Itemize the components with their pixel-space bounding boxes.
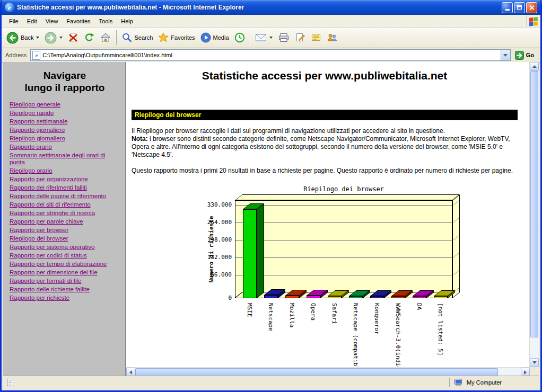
content-area: Navigare lungo il rapporto Riepilogo gen… bbox=[3, 62, 539, 376]
sidebar-title-line1: Navigare bbox=[10, 69, 120, 82]
sidebar-link[interactable]: Rapporto dei riferimenti falliti bbox=[10, 184, 120, 191]
sidebar-link[interactable]: Rapporto per formati di file bbox=[10, 278, 120, 284]
arrow-down-icon bbox=[532, 361, 537, 364]
mail-button[interactable] bbox=[252, 31, 275, 44]
sidebar-link[interactable]: Rapporto per organizzazione bbox=[10, 176, 120, 183]
address-bar: Address Go bbox=[2, 48, 540, 63]
report-frame-top: Statistiche accessi per www.publiwebital… bbox=[126, 62, 539, 367]
menu-item-favorites[interactable]: Favorites bbox=[62, 16, 94, 26]
arrow-left-icon bbox=[129, 370, 132, 375]
menu-item-tools[interactable]: Tools bbox=[95, 16, 117, 26]
intro-text: Il Riepilogo per browser raccoglie i dat… bbox=[132, 127, 445, 135]
chart-bar bbox=[243, 209, 257, 298]
sidebar-link[interactable]: Rapporto per dimensione dei file bbox=[10, 269, 120, 276]
sidebar-link[interactable]: Riepilogo generale bbox=[10, 101, 120, 108]
sidebar-link[interactable]: Sommario settimanale degli orari di punt… bbox=[10, 152, 120, 166]
sidebar-link[interactable]: Rapporto per sistema operativo bbox=[10, 244, 120, 251]
vertical-scrollbar[interactable] bbox=[529, 62, 539, 367]
favorites-button[interactable]: Favorites bbox=[155, 31, 197, 44]
maximize-button[interactable] bbox=[514, 2, 525, 13]
report-frame-bottom bbox=[126, 367, 539, 376]
forward-button[interactable] bbox=[42, 30, 65, 46]
back-button[interactable]: Back bbox=[4, 30, 42, 46]
sidebar-links: Riepilogo generaleRiepilogo rapidoRappor… bbox=[10, 101, 120, 301]
chart-bar bbox=[413, 296, 426, 298]
sidebar-link[interactable]: Rapporto settimanale bbox=[10, 118, 120, 125]
go-button[interactable]: Go bbox=[511, 51, 538, 60]
home-icon bbox=[100, 32, 111, 43]
address-input[interactable] bbox=[40, 50, 500, 60]
close-button[interactable] bbox=[526, 2, 537, 13]
chart-x-label: [not listed: 5] bbox=[444, 300, 496, 310]
refresh-button[interactable] bbox=[81, 31, 97, 44]
chart-gridline bbox=[235, 275, 452, 275]
go-icon bbox=[515, 51, 524, 60]
minimize-button[interactable] bbox=[502, 2, 513, 13]
chart-bar-side-face bbox=[257, 203, 264, 298]
sidebar-link[interactable]: Riepilogo rapido bbox=[10, 110, 120, 117]
sidebar-link[interactable]: Rapporto orario bbox=[10, 144, 120, 150]
minimize-icon bbox=[505, 9, 510, 11]
horizontal-scrollbar[interactable] bbox=[126, 367, 530, 376]
section-header-bar: Riepilogo dei browser bbox=[132, 110, 518, 120]
menu-item-edit[interactable]: Edit bbox=[23, 16, 41, 26]
sidebar-link[interactable]: Rapporto per codici di status bbox=[10, 252, 120, 259]
favorites-label: Favorites bbox=[171, 34, 195, 41]
chart-gridline bbox=[235, 205, 452, 206]
search-button[interactable]: Search bbox=[119, 31, 155, 44]
sidebar-link[interactable]: Rapporto dei siti di riferimento bbox=[10, 201, 120, 208]
discuss-button[interactable] bbox=[308, 31, 324, 44]
scroll-down-button[interactable] bbox=[530, 358, 539, 367]
scroll-up-button[interactable] bbox=[530, 62, 539, 71]
media-button[interactable]: Media bbox=[198, 31, 232, 44]
chart-ytick-label: 66.000 bbox=[193, 271, 232, 278]
chart-bar bbox=[370, 296, 384, 298]
sidebar-link[interactable]: Riepilogo dei browser bbox=[10, 235, 120, 242]
menu-item-file[interactable]: File bbox=[5, 16, 23, 26]
arrow-up-icon bbox=[532, 65, 537, 68]
browser-bar-chart: Riepilogo dei browser Numero di richiest… bbox=[190, 184, 529, 367]
status-message-panel bbox=[3, 376, 449, 389]
forward-dropdown-caret[interactable] bbox=[59, 37, 63, 39]
chart-x-label: MSIE bbox=[253, 300, 267, 310]
sidebar-link[interactable]: Rapporto per richieste bbox=[10, 295, 120, 301]
print-icon bbox=[278, 32, 290, 43]
sidebar-link[interactable]: Rapporto giornaliero bbox=[10, 127, 120, 133]
messenger-people-icon bbox=[327, 32, 337, 43]
menu-item-help[interactable]: Help bbox=[117, 16, 137, 26]
sidebar-link[interactable]: Rapporto per tempo di elaborazione bbox=[10, 261, 120, 268]
menu-item-view[interactable]: View bbox=[41, 16, 63, 26]
stop-button[interactable] bbox=[65, 31, 81, 44]
messenger-button[interactable] bbox=[324, 31, 340, 44]
home-button[interactable] bbox=[97, 31, 114, 44]
report-frame: Statistiche accessi per www.publiwebital… bbox=[126, 62, 539, 376]
chart-gridline bbox=[235, 257, 452, 258]
address-dropdown-button[interactable] bbox=[501, 50, 510, 60]
back-dropdown-caret[interactable] bbox=[36, 37, 39, 39]
document-icon bbox=[32, 51, 40, 60]
mail-dropdown-caret[interactable] bbox=[269, 37, 273, 39]
sidebar-link[interactable]: Rapporto delle richieste fallite bbox=[10, 286, 120, 293]
chart-ytick-label: 264.000 bbox=[193, 219, 232, 226]
sidebar-link[interactable]: Rapporto per stringhe di ricerca bbox=[10, 210, 120, 217]
vertical-scroll-thumb[interactable] bbox=[530, 71, 538, 337]
scrollbar-corner bbox=[530, 367, 539, 376]
chart-bar bbox=[307, 296, 320, 298]
sidebar-link[interactable]: Rapporto per browser bbox=[10, 227, 120, 234]
chart-bar bbox=[391, 296, 405, 298]
chart-right-face bbox=[452, 194, 460, 298]
history-button[interactable] bbox=[232, 31, 248, 44]
titlebar[interactable]: Statistiche accessi per www.publiwebital… bbox=[2, 0, 540, 15]
sidebar-link[interactable]: Rapporto per parole chiave bbox=[10, 218, 120, 225]
print-button[interactable] bbox=[275, 31, 292, 44]
maximize-icon bbox=[517, 5, 522, 10]
sidebar-link[interactable]: Rapporto delle pagine di riferimento bbox=[10, 193, 120, 200]
sidebar-link[interactable]: Riepilogo giornaliero bbox=[10, 135, 120, 142]
sidebar-link[interactable]: Riepilogo orario bbox=[10, 167, 120, 174]
edit-button[interactable] bbox=[292, 31, 308, 44]
chart-gridline bbox=[235, 240, 452, 240]
sidebar-title: Navigare lungo il rapporto bbox=[10, 69, 120, 94]
horizontal-scroll-thumb[interactable] bbox=[135, 368, 498, 376]
chart-bar bbox=[349, 296, 363, 298]
history-icon bbox=[234, 32, 245, 43]
